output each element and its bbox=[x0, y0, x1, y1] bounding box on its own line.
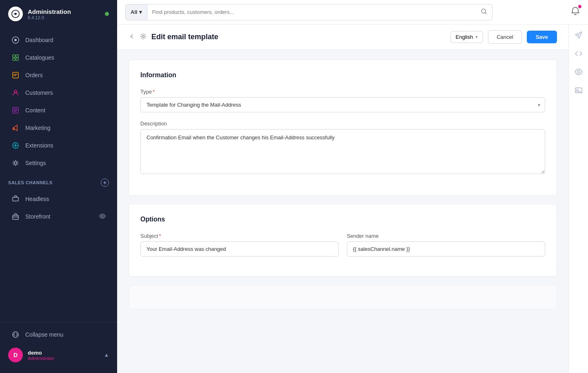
avatar: D bbox=[8, 348, 23, 362]
subject-field-group: Subject* bbox=[140, 233, 339, 257]
search-input[interactable] bbox=[147, 9, 476, 15]
svg-rect-5 bbox=[13, 58, 15, 60]
svg-rect-7 bbox=[13, 72, 18, 78]
template-settings-icon bbox=[140, 33, 146, 41]
page-content: Edit email template English ▾ Cancel Sav… bbox=[117, 25, 568, 373]
customers-icon bbox=[11, 89, 20, 97]
save-button[interactable]: Save bbox=[527, 31, 557, 43]
svg-rect-13 bbox=[13, 197, 18, 201]
type-select-wrapper: Template for Changing the Mail-Address ▾ bbox=[140, 97, 545, 112]
search-filter-chevron-icon: ▾ bbox=[139, 9, 142, 15]
sidebar-item-customers[interactable]: Customers bbox=[3, 84, 114, 101]
sender-name-label: Sender name bbox=[347, 233, 545, 239]
collapse-icon bbox=[11, 331, 20, 339]
orders-icon bbox=[11, 71, 20, 79]
type-label: Type* bbox=[140, 89, 545, 95]
sidebar: Administration 6.4.12.0 Dashboard bbox=[0, 0, 117, 373]
search-filter-button[interactable]: All ▾ bbox=[126, 4, 147, 20]
user-role: Administrator bbox=[28, 356, 99, 361]
user-profile[interactable]: D demo Administrator ▲ bbox=[0, 344, 117, 366]
right-panel bbox=[568, 25, 588, 373]
svg-rect-10 bbox=[13, 128, 14, 130]
sidebar-item-catalogues[interactable]: Catalogues bbox=[3, 49, 114, 66]
extensions-icon bbox=[11, 141, 20, 150]
sidebar-item-label: Marketing bbox=[25, 125, 50, 131]
sidebar-item-label: Orders bbox=[25, 72, 43, 78]
sidebar-bottom: Collapse menu D demo Administrator ▲ bbox=[0, 322, 117, 373]
svg-point-21 bbox=[577, 89, 578, 91]
sidebar-item-label: Settings bbox=[25, 160, 46, 166]
dashboard-icon bbox=[11, 36, 20, 44]
description-textarea[interactable]: Confirmation Email when the Customer cha… bbox=[140, 129, 545, 174]
image-icon[interactable] bbox=[575, 86, 583, 96]
language-label: English bbox=[456, 34, 473, 40]
options-row: Subject* Sender name bbox=[140, 233, 545, 265]
sidebar-item-label: Catalogues bbox=[25, 54, 54, 61]
notifications-button[interactable] bbox=[571, 7, 580, 18]
information-card: Information Type* Template for Changing … bbox=[129, 60, 557, 196]
type-select[interactable]: Template for Changing the Mail-Address bbox=[140, 97, 545, 112]
svg-point-19 bbox=[577, 71, 580, 73]
sidebar-item-settings[interactable]: Settings bbox=[3, 154, 114, 172]
sidebar-nav: Dashboard Catalogues Orders bbox=[0, 28, 117, 322]
catalogues-icon bbox=[11, 54, 20, 62]
user-chevron-icon: ▲ bbox=[104, 352, 109, 358]
code-icon[interactable] bbox=[575, 49, 583, 60]
app-logo bbox=[8, 7, 23, 21]
svg-point-2 bbox=[14, 39, 17, 41]
sidebar-item-label: Storefront bbox=[25, 213, 50, 220]
user-name: demo bbox=[28, 350, 99, 356]
collapse-label: Collapse menu bbox=[25, 331, 63, 338]
app-version: 6.4.12.0 bbox=[28, 15, 71, 20]
page-title: Edit email template bbox=[151, 33, 446, 41]
sidebar-item-content[interactable]: Content bbox=[3, 102, 114, 119]
options-card: Options Subject* Sender name bbox=[129, 204, 557, 277]
sidebar-item-label: Dashboard bbox=[25, 37, 53, 43]
svg-point-18 bbox=[142, 35, 144, 37]
sender-name-input[interactable] bbox=[347, 241, 545, 257]
svg-rect-3 bbox=[13, 55, 15, 57]
topbar: All ▾ bbox=[117, 0, 588, 25]
subject-input[interactable] bbox=[140, 241, 339, 257]
cancel-button[interactable]: Cancel bbox=[488, 30, 521, 44]
back-button[interactable] bbox=[129, 33, 135, 41]
marketing-icon bbox=[11, 124, 20, 132]
collapse-menu-button[interactable]: Collapse menu bbox=[3, 326, 114, 343]
svg-rect-14 bbox=[13, 215, 18, 219]
svg-point-12 bbox=[14, 162, 17, 164]
sidebar-item-extensions[interactable]: Extensions bbox=[3, 137, 114, 154]
sidebar-item-dashboard[interactable]: Dashboard bbox=[3, 31, 114, 49]
search-bar: All ▾ bbox=[125, 4, 493, 20]
type-field-group: Type* Template for Changing the Mail-Add… bbox=[140, 89, 545, 112]
send-icon[interactable] bbox=[575, 31, 583, 41]
add-sales-channel-button[interactable]: + bbox=[101, 179, 109, 187]
page-header: Edit email template English ▾ Cancel Sav… bbox=[117, 25, 568, 50]
svg-rect-6 bbox=[16, 58, 18, 60]
sidebar-item-label: Content bbox=[25, 107, 45, 114]
language-selector[interactable]: English ▾ bbox=[450, 31, 484, 43]
description-field-group: Description Confirmation Email when the … bbox=[140, 121, 545, 176]
sidebar-item-label: Extensions bbox=[25, 142, 53, 149]
sidebar-header: Administration 6.4.12.0 bbox=[0, 0, 117, 28]
subject-label: Subject* bbox=[140, 233, 339, 239]
search-icon[interactable] bbox=[476, 8, 492, 16]
storefront-icon bbox=[11, 212, 20, 221]
sender-name-field-group: Sender name bbox=[347, 233, 545, 257]
options-title: Options bbox=[140, 216, 545, 223]
sidebar-item-label: Headless bbox=[25, 196, 49, 202]
preview-icon[interactable] bbox=[575, 68, 583, 78]
storefront-eye-icon bbox=[99, 213, 106, 221]
status-dot bbox=[105, 12, 109, 16]
sidebar-item-headless[interactable]: Headless bbox=[3, 190, 114, 208]
sidebar-item-storefront[interactable]: Storefront bbox=[3, 208, 114, 225]
notification-badge bbox=[578, 5, 581, 8]
app-name: Administration bbox=[28, 8, 71, 15]
svg-rect-4 bbox=[16, 55, 18, 57]
sidebar-item-label: Customers bbox=[25, 89, 53, 96]
form-area: Information Type* Template for Changing … bbox=[117, 50, 568, 319]
description-label: Description bbox=[140, 121, 545, 127]
sidebar-item-orders[interactable]: Orders bbox=[3, 67, 114, 84]
content-icon bbox=[11, 106, 20, 114]
sidebar-item-marketing[interactable]: Marketing bbox=[3, 119, 114, 136]
settings-icon bbox=[11, 159, 20, 167]
